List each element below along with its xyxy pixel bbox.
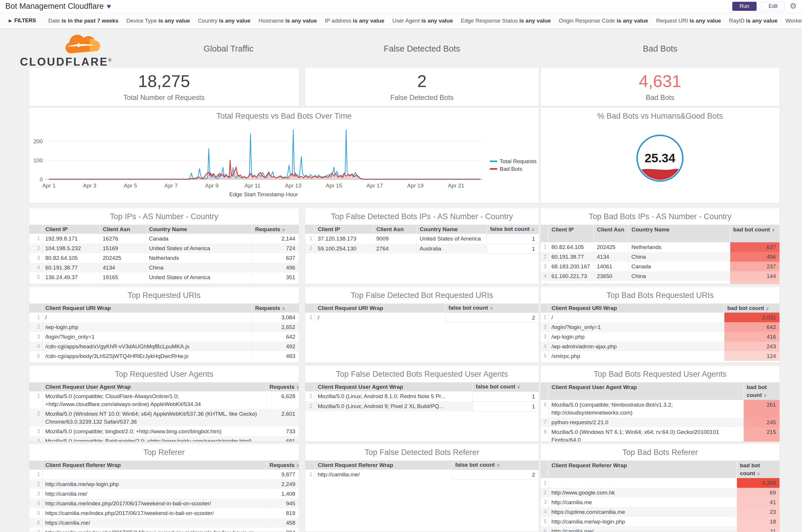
table-cell[interactable]: 351 xyxy=(252,272,299,282)
table-cell[interactable]: Mozilla/5.0 (compatible; CloudFlare-Alwa… xyxy=(42,392,266,409)
table-cell[interactable]: 80.82.64.105 xyxy=(548,242,594,252)
table-cell[interactable]: Mozilla/5.0 (Linux; Android 9; Pixel 2 X… xyxy=(314,401,473,411)
table-cell[interactable] xyxy=(42,470,266,479)
filter-item[interactable]: Worker Subrequest is... xyxy=(786,18,802,24)
table-cell[interactable]: 59.100.254.130 xyxy=(314,244,373,254)
table-cell[interactable]: 60.191.38.77 xyxy=(548,252,594,262)
table-cell[interactable]: 144 xyxy=(730,271,780,281)
table-cell[interactable]: /xmlrpc.php xyxy=(548,351,724,361)
filter-item[interactable]: Country is any value xyxy=(198,18,251,24)
table-cell[interactable]: 37.120.138.173 xyxy=(314,234,373,244)
table-cell[interactable]: Netherlands xyxy=(146,253,252,263)
table-cell[interactable]: 492 xyxy=(252,342,299,351)
table-cell[interactable]: 733 xyxy=(266,426,299,436)
column-header[interactable]: Client Request User Agent Wrap xyxy=(42,382,266,392)
column-header[interactable]: Requests∨ xyxy=(252,304,299,312)
table-cell[interactable]: Mozilla/5.0 (compatible; bingbot/2.0; +h… xyxy=(42,426,266,436)
column-header[interactable]: Client Asn xyxy=(594,225,628,242)
table-cell[interactable]: 416 xyxy=(724,332,780,342)
table-cell[interactable]: 192.99.8.171 xyxy=(42,234,100,244)
table-cell[interactable]: http://camilia.me/ xyxy=(314,470,452,479)
table-cell[interactable]: / xyxy=(548,312,724,322)
table-cell[interactable]: / xyxy=(314,312,445,323)
filters-toggle[interactable]: ▶ FILTERS xyxy=(9,18,36,24)
column-header[interactable]: false bot count∨ xyxy=(487,225,539,234)
table-cell[interactable]: 496 xyxy=(730,252,780,262)
column-header[interactable]: bad bot count∨ xyxy=(724,304,780,312)
table-cell[interactable]: / xyxy=(42,312,252,322)
column-header[interactable]: Client IP xyxy=(42,225,100,234)
filter-item[interactable]: Hostname is any value xyxy=(259,18,317,24)
table-cell[interactable]: Mozilla/5.0 (compatible; Nimbostratus-Bo… xyxy=(548,400,743,417)
table-cell[interactable]: 9,877 xyxy=(266,470,299,479)
table-cell[interactable]: https://camilia.me/ xyxy=(42,518,266,528)
table-cell[interactable]: 642 xyxy=(252,332,299,342)
table-cell[interactable]: 2764 xyxy=(373,244,417,254)
table-cell[interactable]: https://uptime.com/camilia.me xyxy=(548,507,737,517)
filter-item[interactable]: Origin Response Code is any value xyxy=(559,18,648,24)
filter-item[interactable]: Edge Response Status is any value xyxy=(461,18,551,24)
table-cell[interactable]: 819 xyxy=(266,508,299,518)
table-cell[interactable]: 2,249 xyxy=(266,479,299,489)
table-cell[interactable]: 19165 xyxy=(100,272,146,282)
gear-icon[interactable]: ⚙ xyxy=(790,2,797,10)
filter-item[interactable]: User Agent is any value xyxy=(392,18,453,24)
column-header[interactable]: Requests∨ xyxy=(252,225,299,234)
column-header[interactable]: Client Asn xyxy=(100,225,146,234)
column-header[interactable]: false bot count∨ xyxy=(473,382,539,392)
column-header[interactable]: Client Request URI Wrap xyxy=(548,304,724,312)
table-cell[interactable]: 23650 xyxy=(594,271,628,281)
run-button[interactable]: Run xyxy=(732,2,757,11)
filter-item[interactable]: Request URI is any value xyxy=(656,18,721,24)
table-cell[interactable]: 2,601 xyxy=(266,409,299,426)
column-header[interactable]: Client Request URI Wrap xyxy=(42,304,252,312)
table-cell[interactable]: 3,084 xyxy=(252,312,299,322)
table-cell[interactable]: Mozilla/5.0 (Linux; Android 8.1.0; Redmi… xyxy=(314,392,473,401)
column-header[interactable]: bad bot count∨ xyxy=(737,460,780,478)
table-cell[interactable]: 2,652 xyxy=(252,322,299,332)
table-cell[interactable]: 2 xyxy=(445,312,539,323)
table-cell[interactable]: 124 xyxy=(724,351,780,361)
table-cell[interactable]: United States of America xyxy=(146,244,252,253)
table-cell[interactable]: 18 xyxy=(737,517,780,527)
table-cell[interactable]: United States of America xyxy=(417,234,487,244)
table-cell[interactable]: http://camilia.me xyxy=(548,497,737,507)
table-cell[interactable]: 4,359 xyxy=(737,478,780,488)
table-cell[interactable]: /login/?login_only=1 xyxy=(42,332,252,342)
table-cell[interactable]: 123 xyxy=(730,281,780,284)
table-cell[interactable]: 14061 xyxy=(594,262,628,271)
table-cell[interactable]: China xyxy=(628,281,730,284)
table-cell[interactable]: 642 xyxy=(724,322,780,332)
table-cell[interactable]: 2,144 xyxy=(252,234,299,244)
column-header[interactable]: Client IP xyxy=(548,225,594,242)
table-cell[interactable]: 16276 xyxy=(100,234,146,244)
table-cell[interactable]: 4134 xyxy=(100,263,146,272)
table-cell[interactable]: 243 xyxy=(724,342,780,351)
table-cell[interactable]: http://camilia.me/ xyxy=(548,527,737,532)
filter-item[interactable]: Device Type is any value xyxy=(126,18,190,24)
column-header[interactable]: Client Request URI Wrap xyxy=(314,304,445,312)
column-header[interactable]: Country Name xyxy=(628,225,730,242)
table-cell[interactable]: 104.198.5.232 xyxy=(42,244,100,253)
column-header[interactable]: false bot count∨ xyxy=(452,460,539,470)
table-cell[interactable]: http://camilia.me/index.php/2017/06/17/w… xyxy=(42,499,266,508)
table-cell[interactable]: 261 xyxy=(743,400,780,417)
table-cell[interactable]: 4837 xyxy=(594,281,628,284)
table-cell[interactable]: https://camilia.me/index.php/2017/06/17/… xyxy=(42,508,266,518)
table-cell[interactable]: 23 xyxy=(737,507,780,517)
table-cell[interactable]: 15169 xyxy=(100,244,146,253)
table-cell[interactable]: /wp-login.php xyxy=(548,332,724,342)
table-cell[interactable]: 41 xyxy=(737,497,780,507)
table-cell[interactable]: 202425 xyxy=(594,242,628,252)
table-cell[interactable]: 1 xyxy=(487,234,539,244)
table-cell[interactable]: 202425 xyxy=(100,253,146,263)
table-cell[interactable]: Canada xyxy=(146,234,252,244)
filter-item[interactable]: Date is in the past 7 weeks xyxy=(48,18,119,24)
table-cell[interactable]: 458 xyxy=(266,518,299,528)
table-cell[interactable]: Mozilla/5.0 (Windows NT 6.1; Win64; x64;… xyxy=(548,427,743,441)
table-cell[interactable]: 120.193.129.153 xyxy=(548,281,594,284)
table-cell[interactable]: 215 xyxy=(743,427,780,441)
table-cell[interactable]: 61.160.221.73 xyxy=(548,271,594,281)
table-cell[interactable]: 1 xyxy=(487,244,539,254)
table-cell[interactable]: 284 xyxy=(266,528,299,532)
